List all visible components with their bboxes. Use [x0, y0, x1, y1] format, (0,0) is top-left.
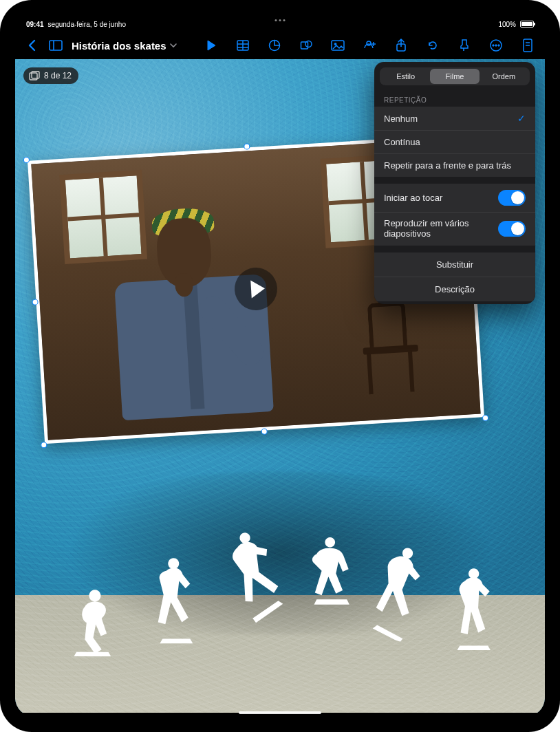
document-title-text: História dos skates — [72, 40, 166, 52]
repeat-option-continuous[interactable]: Contínua — [374, 130, 535, 153]
share-icon[interactable] — [391, 35, 411, 56]
play-across-slides-toggle[interactable] — [498, 221, 526, 237]
skater-silhouette-5 — [359, 538, 438, 645]
insert-table-icon[interactable] — [233, 35, 253, 56]
insert-media-icon[interactable] — [327, 35, 348, 56]
start-on-tap-toggle[interactable] — [498, 190, 526, 206]
format-popover: Estilo Filme Ordem REPETIÇÃO Nenhum ✓ Co… — [374, 62, 535, 304]
skater-silhouette-3 — [214, 519, 303, 630]
tab-order[interactable]: Ordem — [480, 69, 528, 84]
repeat-option-label: Contínua — [384, 137, 420, 147]
svg-point-10 — [334, 43, 336, 45]
toggle-label: Reproduzir em vários diapositivos — [384, 219, 487, 239]
more-icon[interactable] — [486, 35, 506, 56]
format-brush-icon[interactable] — [454, 35, 475, 56]
svg-point-11 — [367, 41, 371, 45]
home-indicator[interactable] — [239, 711, 321, 714]
back-button[interactable] — [22, 35, 43, 56]
sidebar-toggle-icon[interactable] — [45, 35, 66, 56]
svg-point-16 — [493, 45, 494, 46]
toggle-label: Iniciar ao tocar — [384, 193, 442, 203]
battery-percent: 100% — [498, 21, 516, 28]
skater-silhouette-1 — [68, 585, 122, 660]
insert-chart-icon[interactable] — [264, 35, 285, 56]
svg-point-8 — [305, 41, 312, 47]
battery-icon — [520, 21, 534, 28]
tab-style[interactable]: Estilo — [381, 69, 430, 84]
status-bar: 09:41 segunda-feira, 5 de junho 100% — [15, 15, 545, 32]
repeat-option-none[interactable]: Nenhum ✓ — [374, 107, 535, 130]
svg-rect-0 — [50, 41, 62, 50]
skater-silhouette-4 — [301, 534, 360, 610]
tab-movie[interactable]: Filme — [430, 69, 479, 84]
svg-point-17 — [495, 45, 497, 46]
replace-button[interactable]: Substituir — [374, 252, 535, 277]
slide-counter-text: 8 de 12 — [44, 71, 72, 80]
status-date: segunda-feira, 5 de junho — [48, 21, 126, 28]
svg-point-18 — [498, 45, 499, 46]
skater-silhouette-6 — [449, 564, 500, 654]
collaborate-icon[interactable] — [359, 35, 380, 56]
chevron-down-icon — [169, 41, 177, 50]
app-toolbar: História dos skates — [15, 32, 545, 59]
svg-rect-7 — [301, 42, 308, 49]
play-across-slides-row[interactable]: Reproduzir em vários diapositivos — [374, 212, 535, 246]
skater-silhouette-group — [15, 491, 545, 660]
undo-icon[interactable] — [422, 35, 443, 56]
repeat-option-fwd-back[interactable]: Repetir para a frente e para trás — [374, 153, 535, 177]
repeat-section-label: REPETIÇÃO — [374, 91, 535, 107]
description-button[interactable]: Descrição — [374, 277, 535, 301]
start-on-tap-row[interactable]: Iniciar ao tocar — [374, 184, 535, 212]
slide-canvas[interactable]: 8 de 12 Estilo Filme Ordem REPETIÇÃO Nen… — [15, 59, 545, 713]
repeat-option-label: Nenhum — [384, 114, 418, 124]
insert-shape-icon[interactable] — [296, 35, 316, 56]
repeat-option-label: Repetir para a frente e para trás — [384, 160, 511, 171]
skater-silhouette-2 — [148, 554, 203, 647]
document-settings-icon[interactable] — [517, 35, 538, 56]
slides-icon — [29, 71, 40, 80]
multitask-dots[interactable] — [275, 19, 286, 21]
document-title[interactable]: História dos skates — [69, 40, 180, 52]
slide-counter-badge[interactable]: 8 de 12 — [23, 67, 78, 84]
checkmark-icon: ✓ — [517, 113, 526, 124]
status-time: 09:41 — [26, 21, 44, 28]
play-presentation-button[interactable] — [201, 35, 222, 56]
popover-tab-segmented[interactable]: Estilo Filme Ordem — [380, 67, 530, 85]
